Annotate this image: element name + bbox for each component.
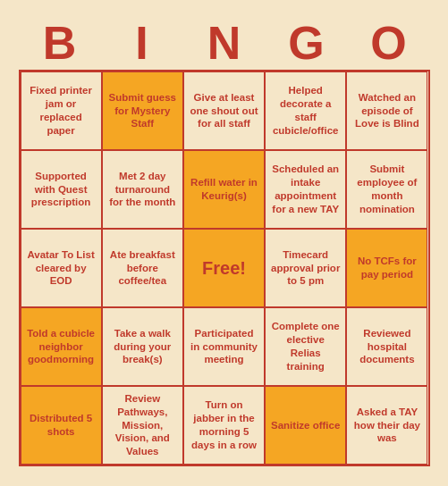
bingo-cell-9[interactable]: Submit employee of month nomination <box>346 150 427 229</box>
bingo-cell-5[interactable]: Supported with Quest prescription <box>21 150 102 229</box>
bingo-cell-22[interactable]: Turn on jabber in the morning 5 days in … <box>183 386 265 465</box>
bingo-cell-15[interactable]: Told a cubicle neighbor goodmorning <box>21 307 102 386</box>
bingo-cell-12[interactable]: Free! <box>183 229 265 307</box>
bingo-cell-3[interactable]: Helped decorate a staff cubicle/office <box>265 71 346 150</box>
bingo-grid: Fixed printer jam or replaced paperSubmi… <box>19 70 430 466</box>
bingo-cell-16[interactable]: Take a walk during your break(s) <box>102 307 183 386</box>
bingo-letter-n: N <box>185 20 264 66</box>
bingo-cell-19[interactable]: Reviewed hospital documents <box>346 307 427 386</box>
bingo-cell-1[interactable]: Submit guess for Mystery Staff <box>102 71 183 150</box>
bingo-card: BINGO Fixed printer jam or replaced pape… <box>10 11 439 475</box>
bingo-cell-17[interactable]: Participated in community meeting <box>183 307 265 386</box>
bingo-header: BINGO <box>19 20 430 66</box>
bingo-cell-4[interactable]: Watched an episode of Love is Blind <box>346 71 427 150</box>
bingo-cell-24[interactable]: Asked a TAY how their day was <box>346 386 427 465</box>
bingo-cell-7[interactable]: Refill water in Keurig(s) <box>183 150 265 229</box>
bingo-cell-8[interactable]: Scheduled an intake appointment for a ne… <box>265 150 346 229</box>
bingo-cell-13[interactable]: Timecard approval prior to 5 pm <box>265 229 346 307</box>
bingo-cell-0[interactable]: Fixed printer jam or replaced paper <box>21 71 102 150</box>
bingo-cell-18[interactable]: Complete one elective Relias training <box>265 307 346 386</box>
bingo-cell-21[interactable]: Review Pathways, Mission, Vision, and Va… <box>102 386 183 465</box>
bingo-cell-23[interactable]: Sanitize office <box>265 386 346 465</box>
bingo-cell-2[interactable]: Give at least one shout out for all staf… <box>183 71 265 150</box>
bingo-letter-g: G <box>267 20 346 66</box>
bingo-cell-6[interactable]: Met 2 day turnaround for the month <box>102 150 183 229</box>
bingo-letter-b: B <box>21 20 99 66</box>
bingo-cell-11[interactable]: Ate breakfast before coffee/tea <box>102 229 183 307</box>
bingo-cell-20[interactable]: Distributed 5 shots <box>21 386 102 465</box>
bingo-letter-o: O <box>350 20 428 66</box>
bingo-letter-i: I <box>103 20 182 66</box>
bingo-cell-14[interactable]: No TCFs for pay period <box>346 229 427 307</box>
bingo-cell-10[interactable]: Avatar To List cleared by EOD <box>21 229 102 307</box>
